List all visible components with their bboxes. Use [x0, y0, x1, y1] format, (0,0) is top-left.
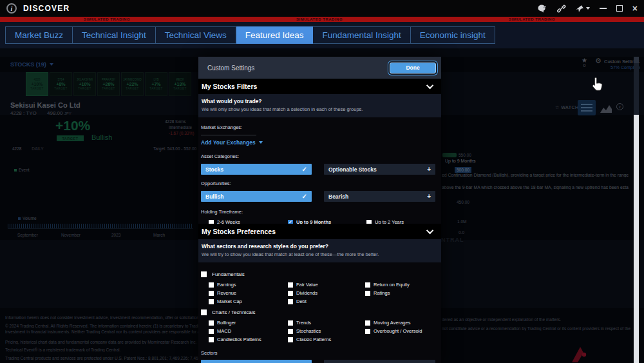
opportunities-label: Opportunities:	[201, 181, 435, 186]
filters-section-header[interactable]: My Stocks Filters	[198, 79, 441, 94]
tab-technical-insight[interactable]: Technical Insight	[73, 26, 156, 44]
checkbox-label: Dividends	[296, 290, 317, 296]
checkbox-box	[209, 329, 214, 334]
check-icon: ✓	[302, 166, 307, 173]
checkbox-ratings[interactable]: Ratings	[365, 290, 435, 296]
checkbox-label: MACD	[217, 328, 231, 334]
modal-header: Custom Settings Done	[198, 57, 441, 79]
checkbox-candlestick-patterns[interactable]: Candlestick Patterns	[209, 337, 288, 342]
pin-caret-icon	[586, 7, 590, 10]
main-tab-bar: Market Buzz Technical Insight Technical …	[0, 22, 644, 48]
chevron-down-icon	[426, 82, 433, 89]
preferences-hint: We will try to show you ideas that match…	[202, 251, 437, 257]
checkbox-label: Candlestick Patterns	[217, 337, 261, 342]
maximize-icon[interactable]	[616, 5, 623, 12]
filters-question: What would you trade?	[202, 98, 437, 104]
checkbox-box	[209, 337, 214, 342]
plus-icon: +	[427, 166, 431, 173]
filters-heading: My Stocks Filters	[202, 83, 257, 90]
preferences-question: What sectors and research styles do you …	[202, 243, 437, 250]
preferences-section-header[interactable]: My Stocks Preferences	[198, 224, 441, 239]
checkbox-label: Moving Averages	[374, 320, 410, 326]
link-icon[interactable]	[557, 5, 567, 13]
checkbox-return-on-equity[interactable]: Return on Equity	[365, 282, 435, 288]
checkbox-box	[365, 291, 370, 296]
vertical-scrollbar[interactable]	[634, 57, 639, 363]
checkbox-label: Bollinger	[217, 320, 236, 326]
preferences-form: Fundamentals Earnings Revenue Market Cap…	[198, 262, 441, 363]
checkbox-label: Ratings	[374, 290, 390, 296]
option-bullish[interactable]: Bullish ✓	[201, 191, 312, 202]
checkbox-stochastics[interactable]: Stochastics	[288, 328, 365, 334]
plus-icon: +	[427, 193, 431, 200]
option-label: Optionable Stocks	[328, 166, 377, 173]
checkbox-label: Debt	[296, 299, 307, 304]
scrollbar-up-arrow[interactable]	[634, 57, 639, 63]
filters-description: What would you trade? We will only show …	[198, 94, 441, 117]
checkbox-label: Fair Value	[296, 282, 318, 288]
checkbox-label: Fundamentals	[212, 271, 245, 277]
modal-title: Custom Settings	[207, 64, 254, 72]
tab-fundamental-insight[interactable]: Fundamental Insight	[313, 26, 410, 44]
checkbox-market-cap[interactable]: Market Cap	[209, 299, 288, 304]
market-exchanges-label: Market Exchanges:	[201, 124, 435, 130]
asset-categories-label: Asset Categories:	[201, 153, 435, 159]
custom-settings-modal: Custom Settings Done My Stocks Filters W…	[198, 57, 441, 363]
checkbox-label: Charts / Technicals	[212, 309, 255, 315]
checkbox-box	[209, 282, 214, 288]
divider	[201, 135, 256, 135]
filters-form: Market Exchanges: Add Your Exchanges Ass…	[198, 117, 441, 224]
option-label: Bearish	[328, 193, 348, 200]
checkbox-revenue[interactable]: Revenue	[209, 290, 288, 296]
checkbox-debt[interactable]: Debt	[288, 299, 365, 304]
tab-featured-ideas[interactable]: Featured Ideas	[236, 26, 314, 44]
holding-timeframe-label: Holding Timeframe:	[201, 209, 435, 215]
done-button[interactable]: Done	[390, 63, 436, 74]
close-icon[interactable]: ×	[632, 5, 638, 12]
tab-technical-views[interactable]: Technical Views	[156, 26, 236, 44]
chevron-down-icon	[426, 227, 433, 234]
option-label: Stocks	[205, 166, 223, 173]
checkbox-trends[interactable]: Trends	[288, 320, 365, 326]
checkbox-box	[209, 320, 214, 326]
add-exchanges-label: Add Your Exchanges	[201, 139, 256, 146]
add-exchanges-dropdown[interactable]: Add Your Exchanges	[201, 139, 435, 146]
checkbox-box	[288, 299, 293, 304]
checkbox-earnings[interactable]: Earnings	[209, 282, 288, 288]
checkbox-box	[201, 271, 207, 277]
minimize-icon[interactable]	[600, 8, 607, 9]
scrollbar-thumb[interactable]	[634, 115, 639, 363]
option-consumer-cyclical[interactable]: Consumer Cyclical +	[324, 360, 435, 363]
tab-market-buzz[interactable]: Market Buzz	[5, 26, 73, 44]
checkbox-bollinger[interactable]: Bollinger	[209, 320, 288, 326]
checkbox-dividends[interactable]: Dividends	[288, 290, 365, 296]
checkbox-moving-averages[interactable]: Moving Averages	[365, 320, 435, 326]
checkbox-charts-technicals[interactable]: Charts / Technicals	[201, 309, 435, 315]
option-optionable-stocks[interactable]: Optionable Stocks +	[324, 164, 435, 175]
checkbox-classic-patterns[interactable]: Classic Patterns	[288, 337, 365, 342]
tab-economic-insight[interactable]: Economic insight	[411, 26, 495, 44]
checkbox-box	[288, 291, 293, 296]
info-icon: i	[6, 3, 17, 14]
checkbox-macd[interactable]: MACD	[209, 328, 288, 334]
filters-hint: We will only show you ideas that match a…	[202, 106, 437, 112]
chat-icon[interactable]	[538, 5, 547, 13]
checkbox-box	[365, 282, 370, 288]
app-title: DISCOVER	[23, 4, 70, 13]
checkbox-overbought-oversold[interactable]: Overbought / Oversold	[365, 328, 435, 334]
checkbox-label: Classic Patterns	[296, 337, 331, 342]
sectors-label: Sectors	[201, 350, 435, 356]
preferences-description: What sectors and research styles do you …	[198, 239, 441, 262]
option-stocks[interactable]: Stocks ✓	[201, 164, 312, 175]
checkbox-box	[288, 329, 293, 334]
checkbox-fundamentals[interactable]: Fundamentals	[201, 271, 435, 277]
checkbox-box	[365, 329, 370, 334]
checkbox-label: Revenue	[217, 290, 236, 296]
pin-icon[interactable]	[576, 5, 590, 13]
checkbox-label: Earnings	[217, 282, 236, 288]
option-bearish[interactable]: Bearish +	[324, 191, 435, 202]
checkbox-fair-value[interactable]: Fair Value	[288, 282, 365, 288]
option-basic-materials[interactable]: Basic Materials ✓	[201, 360, 312, 363]
checkbox-box	[201, 309, 207, 315]
checkbox-box	[288, 337, 293, 342]
